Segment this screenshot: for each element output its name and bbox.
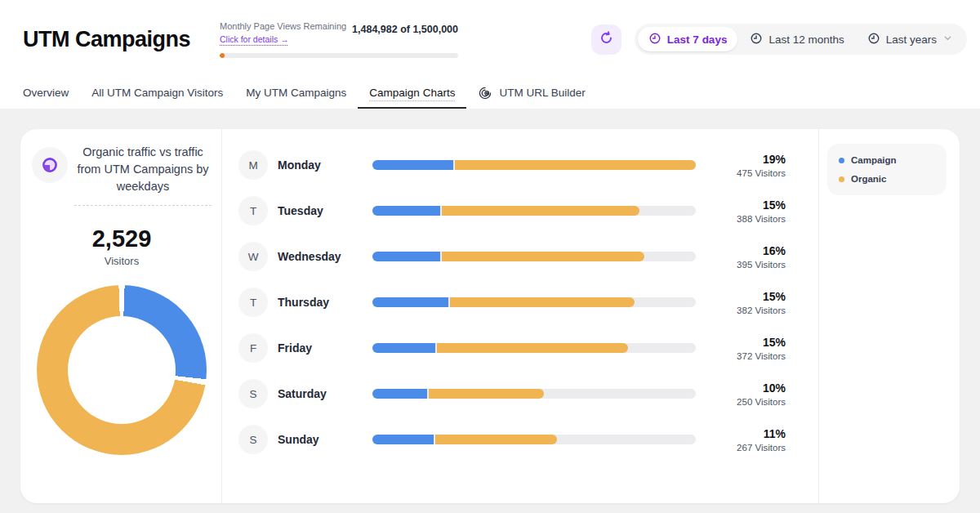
weekday-row: S Sunday 11% 267 Visitors [238, 417, 786, 462]
campaign-bar-segment[interactable] [372, 297, 448, 307]
day-label: Friday [278, 341, 372, 355]
organic-bar-segment[interactable] [437, 343, 628, 353]
campaign-bar-segment[interactable] [372, 343, 435, 353]
visitors-value: 475 Visitors [707, 168, 786, 178]
weekday-bars-column: M Monday 19% 475 Visitors T Tuesday 15% … [222, 129, 819, 503]
day-avatar: S [238, 425, 268, 454]
bar-track [372, 435, 696, 444]
campaign-bar-segment[interactable] [372, 206, 440, 216]
weekday-row: M Monday 19% 475 Visitors [238, 142, 786, 188]
day-avatar: S [238, 379, 268, 408]
clock-icon [648, 32, 662, 47]
usage-details-link[interactable]: Click for details → [220, 34, 289, 44]
organic-bar-segment[interactable] [442, 252, 644, 261]
refresh-button[interactable] [591, 25, 621, 55]
day-avatar: F [238, 333, 268, 363]
day-initial: F [250, 342, 256, 355]
percent-value: 15% [707, 290, 786, 303]
donut-summary-column: Organic traffic vs traffic from UTM Camp… [20, 129, 222, 503]
usage-progress-fill [220, 53, 225, 58]
organic-bar-segment[interactable] [435, 435, 557, 444]
row-stats: 15% 382 Visitors [707, 290, 786, 315]
bar-track [372, 160, 696, 170]
visitors-value: 267 Visitors [707, 443, 786, 453]
organic-bar-segment[interactable] [429, 389, 544, 399]
percent-value: 10% [707, 381, 786, 395]
bar-track [372, 206, 696, 216]
organic-bar-segment[interactable] [442, 206, 639, 216]
weekday-row: T Thursday 15% 382 Visitors [238, 279, 786, 325]
filter-last-7-days[interactable]: Last 7 days [638, 27, 738, 51]
legend-column: Campaign Organic [819, 129, 960, 503]
visitors-value: 388 Visitors [707, 214, 786, 224]
bar-track [372, 297, 696, 307]
visitors-value: 250 Visitors [707, 397, 786, 407]
page-title: UTM Campaigns [23, 27, 190, 52]
organic-dot-icon [839, 176, 844, 182]
weekday-row: S Saturday 10% 250 Visitors [238, 371, 786, 417]
refresh-icon [599, 30, 614, 48]
usage-widget: Monthly Page Views Remaining Click for d… [220, 21, 458, 58]
chevron-down-icon [942, 33, 953, 46]
clock-icon [867, 32, 880, 47]
campaign-bar-segment[interactable] [372, 160, 453, 170]
day-initial: S [249, 388, 256, 400]
percent-value: 15% [707, 336, 786, 349]
legend-item-campaign[interactable]: Campaign [839, 155, 935, 165]
day-avatar: W [238, 242, 268, 271]
pie-chart-icon [41, 156, 59, 174]
row-stats: 15% 388 Visitors [707, 199, 786, 224]
visitors-value: 395 Visitors [707, 260, 786, 270]
day-initial: T [250, 205, 256, 217]
percent-value: 19% [707, 153, 786, 166]
day-label: Thursday [278, 296, 372, 309]
donut-hole [68, 316, 176, 424]
weekday-row: W Wednesday 16% 395 Visitors [238, 234, 786, 279]
tab-my-utm-campaigns[interactable]: My UTM Campaigns [234, 78, 358, 109]
total-visitors-label: Visitors [32, 255, 212, 267]
legend-item-organic[interactable]: Organic [839, 174, 935, 184]
percent-value: 11% [707, 427, 786, 440]
tab-all-utm-campaign-visitors[interactable]: All UTM Campaign Visitors [80, 78, 234, 109]
date-range-filter: Last 7 days Last 12 months Last years [635, 24, 967, 55]
filter-last-years[interactable]: Last years [857, 27, 964, 51]
organic-bar-segment[interactable] [455, 160, 697, 170]
campaign-dot-icon [839, 158, 844, 163]
chart-legend: Campaign Organic [827, 144, 947, 195]
chart-type-badge [32, 147, 68, 183]
organic-bar-segment[interactable] [450, 297, 635, 307]
row-stats: 10% 250 Visitors [707, 381, 786, 407]
weekday-row: T Tuesday 15% 388 Visitors [238, 188, 786, 234]
bar-track [372, 343, 696, 353]
percent-value: 15% [707, 199, 786, 212]
bar-track [372, 252, 696, 261]
day-label: Wednesday [278, 250, 372, 263]
day-initial: W [248, 251, 259, 263]
row-stats: 11% 267 Visitors [707, 427, 786, 453]
campaign-chart-card: Organic traffic vs traffic from UTM Camp… [20, 129, 960, 503]
day-initial: M [248, 159, 257, 172]
day-avatar: T [238, 288, 268, 317]
usage-value: 1,484,982 of 1,500,000 [352, 24, 458, 35]
percent-value: 16% [707, 244, 786, 257]
tab-utm-url-builder[interactable]: UTM URL Builder [466, 78, 596, 109]
app-header: UTM Campaigns Monthly Page Views Remaini… [0, 0, 980, 78]
campaign-bar-segment[interactable] [372, 435, 434, 444]
tab-overview[interactable]: Overview [23, 78, 80, 109]
main-content: Organic traffic vs traffic from UTM Camp… [0, 109, 980, 513]
utm-url-builder-icon [478, 86, 492, 100]
weekday-row: F Friday 15% 372 Visitors [238, 325, 786, 371]
donut-chart [37, 285, 207, 455]
day-label: Sunday [278, 433, 372, 446]
chart-title: Organic traffic vs traffic from UTM Camp… [74, 144, 212, 206]
visitors-value: 372 Visitors [707, 351, 786, 361]
tab-campaign-charts[interactable]: Campaign Charts [358, 78, 466, 109]
campaign-bar-segment[interactable] [372, 389, 427, 399]
day-initial: T [250, 297, 256, 309]
row-stats: 19% 475 Visitors [707, 153, 786, 178]
usage-label: Monthly Page Views Remaining [220, 21, 352, 31]
campaign-bar-segment[interactable] [372, 252, 440, 261]
day-initial: S [249, 434, 256, 446]
row-stats: 15% 372 Visitors [707, 336, 786, 361]
filter-last-12-months[interactable]: Last 12 months [739, 27, 854, 51]
